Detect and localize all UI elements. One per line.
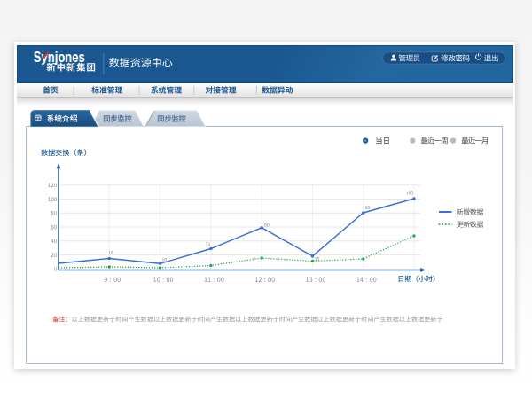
svg-text:Synjones: Synjones xyxy=(34,50,85,66)
